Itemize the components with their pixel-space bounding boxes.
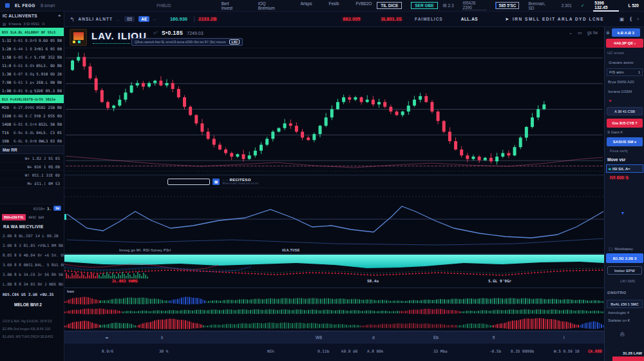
active-timeframe-chip[interactable]: AE: [138, 16, 149, 22]
status-item[interactable]: 5396 132.45: [593, 0, 619, 12]
list-item[interactable]: 2.00 8 BL.S97 14 L 00.2B: [0, 231, 64, 240]
list-item[interactable]: 11:06-61 0.0V0 r9B5L3. 0D 8B: [0, 61, 64, 70]
notification-action-chip[interactable]: LKI: [229, 39, 240, 44]
menu-item[interactable]: IOQ Bremium: [258, 1, 284, 10]
toolbar-icon[interactable]: ▣: [620, 16, 624, 22]
highlighted-row-1[interactable]: B55 3LA.BL ASLBB9Y BF S5L5: [0, 28, 64, 36]
rsi-line-chart[interactable]: [64, 188, 604, 254]
footer-icon[interactable]: d: [372, 335, 375, 340]
vwap-value-right: S.GL 9'9Gr: [488, 278, 511, 283]
add-icon[interactable]: +: [609, 98, 612, 104]
order-type-field[interactable]: FIS adm 1: [607, 68, 643, 76]
list-item[interactable]: 19B6-6L 0.9rB B10WL3 03 8B: [0, 137, 64, 145]
footer-value: 8.9/6: [102, 349, 113, 353]
section-header-marr[interactable]: Mar RR: [0, 145, 64, 154]
menu-icon[interactable]: ≣: [606, 30, 610, 35]
chart-header-icons: ⌄▭gs tw: [569, 30, 598, 35]
list-item[interactable]: 1:3B6-0? 0.9gpvC5.91B 6D 2B: [0, 70, 64, 78]
list-item[interactable]: L.0B 8 8 34 0S 9V J N06 8D: [0, 279, 64, 289]
indicator-settings-icon[interactable]: ▦: [213, 179, 220, 185]
list-item[interactable]: T166-0s 0.9LB 6104L5. C3 0S: [0, 128, 64, 137]
list-item[interactable]: 2.00 8 3 81.0S rV9L1 8M 8B: [0, 240, 64, 250]
indicator-search-input[interactable]: [167, 179, 210, 185]
cursor-icon[interactable]: ➤: [505, 17, 509, 22]
confirm-button[interactable]: B1.5G 2.2B 3: [606, 253, 643, 263]
footer-icon[interactable]: fl: [493, 335, 495, 340]
status-item: L 520: [628, 3, 639, 8]
menu-item[interactable]: Fesib: [328, 1, 339, 10]
printer-icon[interactable]: ⎙: [620, 331, 624, 338]
watchlist-rows-group-1: 1:326-61 0.0r9 8B9.6D 0S 8B1:2B6-44 1 0/…: [0, 36, 64, 95]
highlighted-row-2[interactable]: B1S PvAVBL3E6TB-Gr5V 3B1Se: [0, 95, 64, 103]
sidebar-spacer-2: [0, 309, 64, 317]
list-item[interactable]: 1:9B6-01 0.gvB4 B152DE 05.3 8B: [0, 86, 64, 95]
limit-button[interactable]: Imiter BPW: [607, 266, 642, 275]
meta-chip[interactable]: SW: [53, 206, 61, 211]
list-item[interactable]: 1:326-61 0.0r9 8B9.6D 0S 8B: [0, 36, 64, 44]
detail-rows: 2.00 8 BL.S97 14 L 00.2B2.00 8 3 81.0S r…: [0, 231, 64, 289]
list-item[interactable]: W! 0S1.1 31E 0D: [0, 171, 64, 179]
filter-label-3[interactable]: O: [42, 22, 44, 26]
menu-item[interactable]: Arisps: [300, 1, 312, 10]
topbar-box-button-2[interactable]: SER GBE: [411, 2, 437, 9]
filter-label-1[interactable]: 9 hssna: [8, 22, 21, 26]
chart-header: LAV. ILIOU ≡° S•0.185 7249.03 Q9va nassv…: [64, 27, 604, 48]
menu-item[interactable]: Bert Invest: [222, 1, 242, 10]
footer-icon[interactable]: W8: [316, 335, 322, 340]
red-price-2: 862.005: [343, 16, 360, 22]
toolbar-menu-string[interactable]: IRN SMLL EDIT ARLA DYD LCNE: [513, 17, 604, 21]
timeframe-chip[interactable]: B5: [124, 16, 135, 22]
meta-value: 3.: [47, 206, 52, 211]
list-item[interactable]: 11DB6-9G 0.C99 U15tB 2 0S5 0D: [0, 112, 64, 120]
vwap-band-chart[interactable]: [64, 254, 604, 288]
watchlist-title: IC ALLINVENTS: [3, 14, 37, 18]
toolbar-icon[interactable]: ❴: [629, 16, 632, 22]
toolbar-caps-label: FAIMELICS: [415, 17, 443, 21]
list-item[interactable]: 3.60 8 8 0BS1.B4L. 5 8U1 0B: [0, 260, 64, 269]
balance-field[interactable]: BvAL £50 1 SMC: [607, 300, 643, 308]
status-item[interactable]: 585 5'SC: [495, 2, 520, 9]
buy-button[interactable]: k.B A.B 3: [612, 28, 640, 37]
quantity-button[interactable]: A 30 41 CSB: [607, 107, 643, 115]
macd-histogram-chart[interactable]: [64, 288, 604, 331]
footer-icon[interactable]: ii: [161, 335, 163, 340]
chart-corner-icon[interactable]: gs tw: [587, 30, 598, 35]
toolbar-icon[interactable]: ‹: [638, 16, 639, 22]
footer-icon[interactable]: i: [564, 335, 564, 340]
panel-label-4: Itorana GS5M: [608, 90, 632, 93]
list-item[interactable]: M2B6-2T.0V9G 1M0S02 2SB 8B: [0, 103, 64, 112]
footer-icon[interactable]: ≖: [105, 335, 108, 340]
list-item[interactable]: 14DB6-01 0.5r4 B1BS2L 5B 8B: [0, 120, 64, 128]
list-item[interactable]: 3.0B 8 b 34.C6 3r 56 8R 5B: [0, 269, 64, 279]
meta-row: 03S0= 3. SW: [0, 204, 64, 212]
list-item[interactable]: 1:5B6-0S 6.r99 745.r9E 3S2 8B: [0, 53, 64, 61]
menu-item[interactable]: FVB62O: [355, 1, 372, 10]
status-button[interactable]: SASUS SM v: [607, 137, 643, 146]
list-icon[interactable]: ▤: [3, 22, 6, 26]
notes-row[interactable]: ▢ Motsbassy: [609, 246, 633, 251]
stop-loss-row[interactable]: ➔ ISI S/L A=: [606, 164, 643, 173]
undo-icon[interactable]: ↰: [70, 16, 75, 23]
chart-corner-icon[interactable]: ▭: [578, 30, 582, 35]
indicator-subtext: Wras-a awr vtvwa svs ss.rrs: [222, 182, 258, 186]
vwap-value-mid: S0.4u: [367, 278, 379, 283]
candlestick-chart[interactable]: [64, 48, 604, 175]
chevron-down-icon[interactable]: ▾: [621, 210, 624, 216]
top-menu-bar: EL FEGG B smart FHBUD Bert InvestIOQ Bre…: [0, 0, 644, 12]
close-position-button[interactable]: Gra 3U5 CYB ?: [607, 119, 643, 128]
footer-icon[interactable]: Eb: [433, 335, 439, 340]
filter-label-2[interactable]: 3 SI 4SS1: [23, 22, 39, 26]
list-item[interactable]: W+ 1.82 J 5S 0S: [0, 154, 64, 162]
alert-badge[interactable]: B99+£99 FVL: [2, 214, 26, 220]
topbar-box-button-1[interactable]: TIL DICE: [377, 2, 402, 9]
list-item[interactable]: W+ B1K 1 0Q.0B: [0, 162, 64, 171]
list-item[interactable]: 8.0S 8 9 4B.04 9r +6 5V. 0B: [0, 250, 64, 260]
list-item[interactable]: 7:9B6-61 3 pv59B926B.L 0B 8B: [0, 78, 64, 86]
list-item[interactable]: 1:2B6-44 1 0/0S 923rB1 6 0S 0B: [0, 44, 64, 53]
footer-value: NSh: [267, 349, 274, 353]
sell-button[interactable]: 4A0.3P QE ›: [606, 39, 643, 48]
stop-loss-text: ISI S/L A=: [612, 167, 630, 171]
chart-corner-icon[interactable]: ⌄: [569, 30, 573, 35]
list-item[interactable]: M+ £S1.) 0M S3: [0, 179, 64, 188]
add-instrument-button[interactable]: +: [58, 13, 61, 19]
